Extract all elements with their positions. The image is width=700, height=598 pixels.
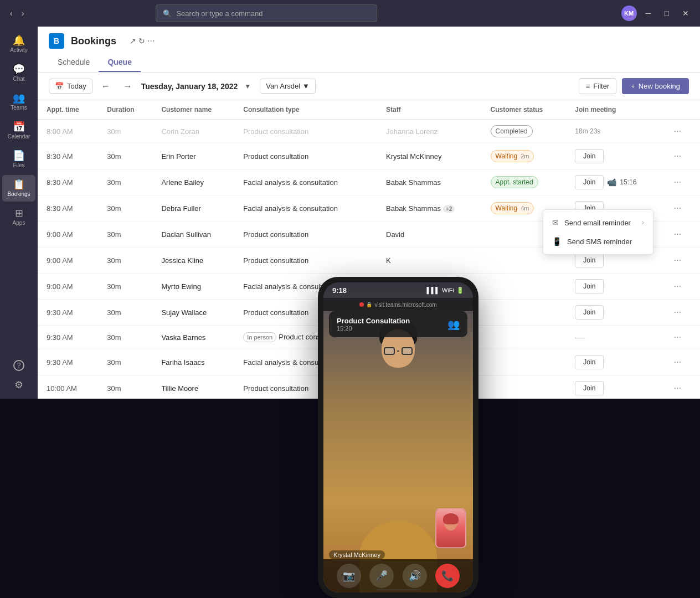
end-call-button[interactable]: 📞 — [435, 564, 460, 588]
titlebar-actions: KM ─ □ ✕ — [621, 6, 693, 21]
join-button[interactable]: Join — [575, 175, 604, 189]
next-date-button[interactable]: → — [119, 79, 137, 94]
minimize-button[interactable]: ─ — [641, 7, 656, 20]
staff-cell: Babak Shammas — [377, 169, 482, 195]
status-badge: Appt. started — [491, 176, 538, 188]
new-booking-label: New booking — [639, 82, 680, 90]
context-menu-send-email[interactable]: ✉ Send email reminder › — [543, 213, 653, 232]
tab-schedule[interactable]: Schedule — [49, 53, 99, 72]
customer-name-cell: Debra Fuller — [152, 195, 234, 221]
appt-time-cell: 8:30 AM — [38, 195, 98, 221]
filter-button[interactable]: ≡ Filter — [579, 78, 616, 94]
appt-time-cell: 9:00 AM — [38, 274, 98, 300]
settings-icon: ⚙ — [14, 380, 23, 390]
col-customer-name: Customer name — [152, 100, 234, 120]
today-button[interactable]: 📅 Today — [49, 79, 92, 94]
join-button[interactable]: Join — [575, 355, 604, 369]
back-button[interactable]: ‹ — [7, 7, 16, 20]
nav-tabs: Schedule Queue — [49, 53, 689, 72]
staff-cell: Krystal McKinney — [377, 143, 482, 169]
titlebar: ‹ › 🔍 Search or type a command KM ─ □ ✕ — [0, 0, 700, 27]
more-actions-button[interactable]: ··· — [671, 202, 684, 214]
consultation-type-cell: Product consultation — [234, 221, 377, 248]
new-booking-button[interactable]: + New booking — [622, 78, 689, 94]
current-date: Tuesday, January 18, 2022 — [141, 82, 238, 91]
speaker-button[interactable]: 🔊 — [403, 564, 427, 588]
titlebar-nav: ‹ › — [7, 7, 27, 20]
more-actions-button[interactable]: ··· — [671, 125, 684, 137]
join-button[interactable]: Join — [575, 253, 604, 267]
appt-time-cell: 9:30 AM — [38, 326, 98, 349]
wait-time: 2m — [521, 153, 529, 159]
staff-selector[interactable]: Van Arsdel ▼ — [260, 79, 316, 94]
user-avatar[interactable]: KM — [621, 6, 637, 21]
join-meeting-cell: 18m 23s — [566, 120, 661, 143]
sidebar-item-settings[interactable]: ⚙ — [2, 375, 35, 394]
sidebar-item-calendar[interactable]: 📅 Calendar — [2, 117, 35, 144]
sidebar-label-files: Files — [13, 162, 24, 168]
more-actions-button[interactable]: ··· — [671, 306, 684, 318]
prev-date-button[interactable]: ← — [97, 79, 115, 94]
more-actions-button[interactable]: ··· — [671, 254, 684, 266]
join-button[interactable]: Join — [575, 279, 604, 293]
maximize-button[interactable]: □ — [660, 7, 673, 20]
more-actions-button[interactable]: ··· — [671, 280, 684, 292]
col-staff: Staff — [377, 100, 482, 120]
close-button[interactable]: ✕ — [678, 7, 693, 20]
join-meeting-cell: Join — [566, 300, 661, 326]
context-menu-send-sms[interactable]: 📱 Send SMS reminder — [543, 232, 653, 251]
sidebar-item-chat[interactable]: 💬 Chat — [2, 60, 35, 86]
join-meeting-cell: Join📹15:16 — [566, 169, 661, 195]
join-button[interactable]: Join — [575, 305, 604, 319]
appt-time-cell: 8:30 AM — [38, 169, 98, 195]
tab-queue[interactable]: Queue — [99, 53, 141, 72]
more-actions-button[interactable]: ··· — [671, 331, 684, 343]
more-actions-cell: ··· — [662, 274, 700, 300]
consultation-type-cell: Product consultation — [234, 143, 377, 169]
col-actions — [662, 100, 700, 120]
phone-frame: 9:18 ▌▌▌ WiFi 🔋 🔒 visit.teams.microsoft.… — [318, 277, 478, 598]
more-actions-button[interactable]: ··· — [671, 382, 684, 394]
external-link-button[interactable]: ↗ — [130, 37, 136, 45]
join-button[interactable]: Join — [575, 381, 604, 395]
more-actions-button[interactable]: ··· — [671, 150, 684, 162]
customer-status-cell — [482, 300, 567, 326]
phone-caller-name: Krystal McKinney — [329, 550, 385, 559]
wait-time: 4m — [521, 205, 529, 212]
teams-icon: 👥 — [13, 93, 25, 103]
sidebar-item-apps[interactable]: ⊞ Apps — [2, 204, 35, 230]
col-customer-status: Customer status — [482, 100, 567, 120]
sidebar-item-activity[interactable]: 🔔 Activity — [2, 31, 35, 58]
forward-button[interactable]: › — [18, 7, 28, 20]
sidebar-item-teams[interactable]: 👥 Teams — [2, 89, 35, 115]
duration-cell: 30m — [98, 300, 152, 326]
table-row: 8:00 AM30mCorin ZoranProduct consultatio… — [38, 120, 700, 143]
call-title: Product Consultation — [337, 317, 410, 325]
battery-icon: 🔋 — [456, 287, 464, 294]
refresh-button[interactable]: ↻ — [138, 37, 145, 45]
more-actions-cell: ··· — [662, 375, 700, 399]
more-actions-button[interactable]: ··· — [671, 228, 684, 240]
sidebar-item-bookings[interactable]: 📋 Bookings — [2, 175, 35, 202]
glasses — [384, 347, 413, 355]
more-actions-button[interactable]: ··· — [671, 356, 684, 368]
sidebar-item-help[interactable]: ? — [2, 355, 35, 375]
right-lens — [402, 347, 413, 355]
more-actions-button[interactable]: ··· — [671, 176, 684, 188]
appt-time-cell: 10:00 AM — [38, 375, 98, 399]
camera-toggle-button[interactable]: 📷 — [337, 564, 361, 588]
date-dropdown-button[interactable]: ▼ — [242, 81, 253, 91]
search-bar[interactable]: 🔍 Search or type a command — [156, 4, 377, 22]
mic-toggle-button[interactable]: 🎤 — [369, 564, 394, 588]
appt-time-cell: 9:00 AM — [38, 221, 98, 248]
sidebar-item-files[interactable]: 📄 Files — [2, 146, 35, 173]
phone-url-bar: 🔒 visit.teams.microsoft.com — [323, 298, 473, 311]
join-button[interactable]: Join — [575, 149, 604, 163]
more-options-button[interactable]: ··· — [147, 36, 155, 46]
toolbar-date-nav: 📅 Today ← → Tuesday, January 18, 2022 ▼ — [49, 79, 253, 94]
email-icon: ✉ — [552, 218, 559, 227]
duration-cell: 30m — [98, 195, 152, 221]
customer-name-cell: Sujay Wallace — [152, 300, 234, 326]
sidebar-bottom: ? ⚙ — [2, 355, 35, 394]
phone-time: 9:18 — [332, 286, 347, 295]
